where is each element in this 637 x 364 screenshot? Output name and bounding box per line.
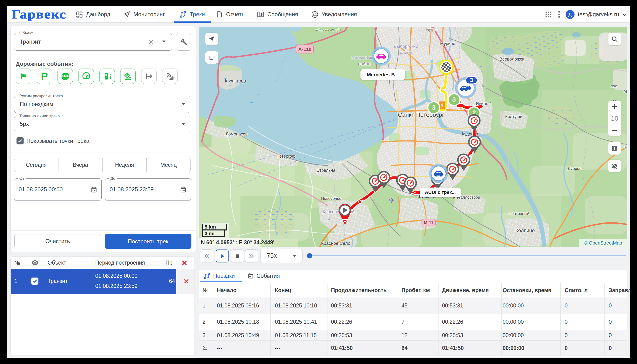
svg-text:Кронштадт: Кронштадт	[225, 79, 247, 84]
svg-text:3: 3	[452, 96, 456, 103]
svg-text:Выборгский: Выборгский	[394, 44, 418, 49]
svg-text:Петергоф: Петергоф	[276, 154, 296, 158]
svg-text:пос: пос	[610, 84, 617, 88]
svg-text:«Левашовский»: «Левашовский»	[315, 28, 341, 32]
svg-text:✈: ✈	[389, 196, 395, 204]
svg-text:Колпино: Колпино	[515, 228, 535, 233]
svg-text:район: район	[358, 61, 371, 66]
svg-text:Красное Село: Красное Село	[321, 241, 350, 246]
svg-text:вск: вск	[623, 144, 627, 149]
svg-text:3: 3	[470, 77, 473, 83]
svg-text:3 mi: 3 mi	[205, 231, 215, 236]
svg-text:Стрельна: Стрельна	[316, 168, 335, 173]
svg-text:STOP: STOP	[62, 75, 69, 78]
svg-text:р: р	[328, 216, 330, 221]
svg-text:Ломоносов: Ломоносов	[226, 132, 248, 136]
svg-text:3: 3	[432, 104, 435, 111]
svg-text:Колтуши: Колтуши	[505, 114, 522, 119]
svg-text:Понтонный: Понтонный	[508, 211, 529, 216]
svg-text:M-11: M-11	[424, 220, 433, 225]
svg-text:район: район	[400, 50, 412, 55]
svg-text:Бугры: Бугры	[426, 27, 437, 32]
svg-text:Дубров: Дубров	[568, 166, 581, 171]
svg-text:М: М	[623, 89, 627, 94]
svg-text:A-118: A-118	[298, 46, 311, 52]
svg-text:Новоселье: Новоселье	[321, 196, 341, 201]
svg-text:5 km: 5 km	[205, 224, 216, 230]
svg-text:Мурино: Мурино	[440, 41, 455, 46]
svg-text:Всеволожск: Всеволожск	[499, 56, 524, 62]
